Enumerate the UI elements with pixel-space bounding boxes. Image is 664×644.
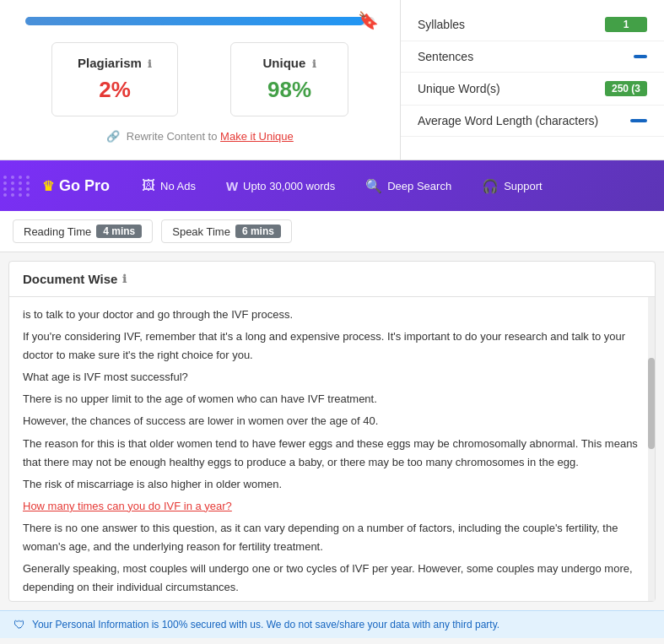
scrollbar-track[interactable]: [648, 297, 655, 601]
speak-time-value: 6 mins: [235, 225, 281, 238]
document-section: Document Wise ℹ is to talk to your docto…: [8, 261, 656, 602]
pro-banner: ♛ Go Pro 🖼 No Ads W Upto 30,000 words 🔍 …: [0, 160, 664, 211]
pro-features-list: 🖼 No Ads W Upto 30,000 words 🔍 Deep Sear…: [127, 160, 664, 211]
rewrite-link[interactable]: 🔗 Rewrite Content to Make it Unique: [25, 130, 375, 143]
crown-icon: ♛: [42, 178, 54, 194]
unique-label: Unique ℹ: [256, 56, 322, 70]
document-content[interactable]: is to talk to your doctor and go through…: [9, 297, 655, 601]
pro-banner-dots: [0, 160, 34, 211]
speak-time-badge: Speak Time 6 mins: [161, 219, 292, 243]
document-header: Document Wise ℹ: [9, 262, 655, 297]
doc-para-4: There is no upper limit to the age of wo…: [23, 390, 641, 409]
doc-para-5: However, the chances of success are lowe…: [23, 412, 641, 430]
right-stats-panel: Syllables 1 Sentences Unique Word(s) 250…: [401, 0, 664, 160]
word-count-icon: W: [226, 179, 238, 193]
sentences-badge: [634, 55, 647, 58]
deep-search-feature[interactable]: 🔍 Deep Search: [350, 160, 467, 211]
unique-words-badge: 250 (3: [605, 81, 647, 96]
link-icon: 🔗: [106, 130, 120, 143]
support-icon: 🎧: [482, 178, 499, 194]
no-ads-feature[interactable]: 🖼 No Ads: [127, 160, 211, 211]
reading-time-value: 4 mins: [96, 225, 142, 238]
shield-icon: 🛡: [13, 618, 25, 631]
doc-para-9: There is no one answer to this question,…: [23, 519, 641, 556]
dots-grid: [3, 176, 31, 197]
progress-bar-fill: [25, 17, 364, 25]
deep-search-label: Deep Search: [387, 180, 451, 192]
support-feature[interactable]: 🎧 Support: [467, 160, 558, 211]
progress-bar: 🔖: [25, 17, 375, 25]
plagiarism-panel: 🔖 Plagiarism ℹ 2% Unique ℹ 98% 🔗 Rewrite…: [0, 0, 401, 160]
unique-label-text: Unique: [262, 56, 305, 70]
reading-time-badge: Reading Time 4 mins: [13, 219, 153, 243]
make-unique-link[interactable]: Make it Unique: [220, 130, 294, 143]
security-text: Your Personal Information is 100% secure…: [32, 619, 499, 630]
unique-value: 98%: [256, 77, 322, 103]
deep-search-icon: 🔍: [365, 178, 382, 194]
doc-para-6: The reason for this is that older women …: [23, 435, 641, 472]
plagiarism-label: Plagiarism ℹ: [78, 56, 152, 70]
document-info-icon: ℹ: [122, 273, 127, 285]
avg-word-length-row: Average Word Length (characters): [401, 106, 664, 137]
plagiarism-info-icon: ℹ: [148, 58, 152, 70]
syllables-row: Syllables 1: [401, 8, 664, 41]
scrollbar-thumb[interactable]: [648, 358, 655, 449]
avg-word-length-label: Average Word Length (characters): [418, 114, 598, 127]
avg-word-length-badge: [630, 119, 647, 122]
doc-para-2: If you're considering IVF, remember that…: [23, 327, 641, 365]
document-text: is to talk to your doctor and go through…: [23, 306, 641, 601]
top-stats-section: 🔖 Plagiarism ℹ 2% Unique ℹ 98% 🔗 Rewrite…: [0, 0, 664, 160]
doc-para-8-highlighted: How many times can you do IVF in a year?: [23, 497, 641, 516]
doc-para-1: is to talk to your doctor and go through…: [23, 306, 641, 324]
time-bar: Reading Time 4 mins Speak Time 6 mins: [0, 211, 664, 252]
plagiarism-label-text: Plagiarism: [78, 56, 142, 70]
sentences-row: Sentences: [401, 41, 664, 73]
support-label: Support: [504, 180, 543, 192]
rewrite-prefix: Rewrite Content to: [127, 130, 218, 143]
unique-box: Unique ℹ 98%: [230, 42, 348, 116]
sentences-label: Sentences: [418, 50, 473, 63]
doc-para-3: What age is IVF most successful?: [23, 368, 641, 387]
no-ads-label: No Ads: [160, 180, 196, 192]
go-pro-title: Go Pro: [59, 177, 110, 195]
word-count-feature[interactable]: W Upto 30,000 words: [211, 160, 350, 211]
bookmark-icon: 🔖: [358, 10, 379, 30]
doc-para-10: Generally speaking, most couples will un…: [23, 560, 641, 597]
document-header-label: Document Wise: [23, 272, 117, 286]
security-bar: 🛡 Your Personal Information is 100% secu…: [0, 610, 664, 638]
reading-time-label: Reading Time: [24, 225, 91, 238]
plagiarism-unique-row: Plagiarism ℹ 2% Unique ℹ 98%: [25, 42, 375, 116]
doc-para-11: Age is one factor that can influence how…: [23, 600, 641, 601]
no-ads-icon: 🖼: [142, 178, 155, 193]
unique-words-row: Unique Word(s) 250 (3: [401, 73, 664, 106]
syllables-label: Syllables: [418, 18, 465, 31]
unique-words-label: Unique Word(s): [418, 82, 500, 95]
speak-time-label: Speak Time: [172, 225, 230, 238]
word-count-label: Upto 30,000 words: [243, 180, 335, 192]
plagiarism-box: Plagiarism ℹ 2%: [51, 42, 178, 116]
plagiarism-value: 2%: [78, 77, 152, 103]
doc-para-7: The risk of miscarriage is also higher i…: [23, 475, 641, 494]
syllables-badge: 1: [605, 17, 647, 32]
unique-info-icon: ℹ: [312, 58, 316, 70]
